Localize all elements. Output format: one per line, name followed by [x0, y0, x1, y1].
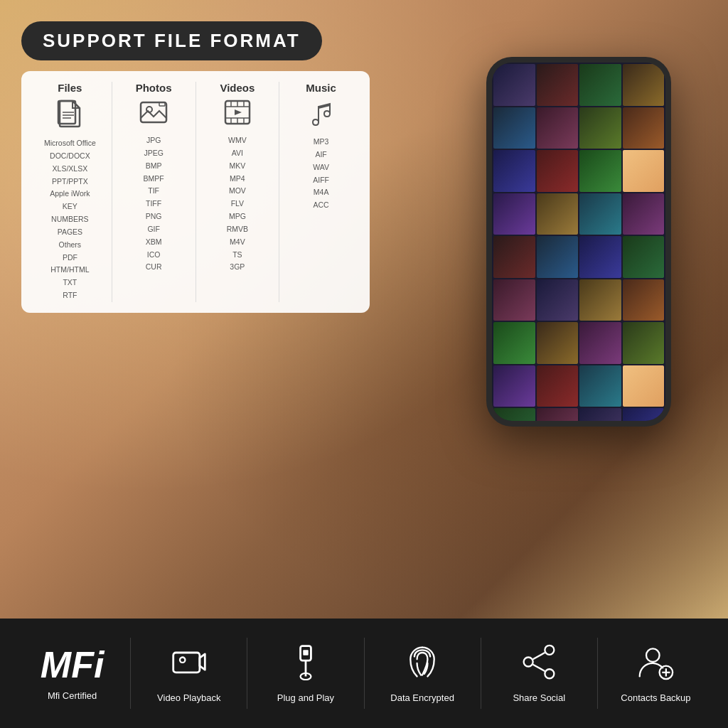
videos-item-1: AVI — [196, 147, 279, 160]
music-item-3: AIFF — [279, 174, 363, 187]
files-item-10: HTM/HTML — [28, 264, 112, 277]
photos-item-10: CUR — [112, 261, 196, 274]
phone-mockup — [472, 57, 692, 498]
videos-item-7: RMVB — [196, 223, 279, 236]
svg-line-26 — [533, 653, 545, 659]
music-item-1: AIF — [279, 149, 363, 161]
support-title-badge: SUPPORT FILE FORMAT — [21, 21, 322, 60]
usb-icon — [287, 643, 324, 685]
svg-rect-6 — [159, 102, 165, 106]
files-item-1: DOC/DOCX — [28, 150, 112, 163]
thumb-4 — [623, 64, 665, 106]
music-item-2: WAV — [279, 161, 363, 174]
thumb-27 — [579, 322, 621, 364]
music-item-4: M4A — [279, 186, 363, 199]
thumb-23 — [579, 279, 621, 321]
photos-item-6: PNG — [112, 210, 196, 223]
feature-mfi: MFi Mfi Certified — [14, 646, 130, 701]
svg-point-24 — [545, 669, 555, 678]
photo-grid — [492, 63, 665, 421]
files-item-7: PAGES — [28, 226, 112, 239]
music-column: Music MP3 AIF WAV AIFF M4A ACC — [279, 82, 363, 302]
videos-title: Videos — [196, 82, 279, 94]
files-title: Files — [28, 82, 112, 94]
photos-item-0: JPG — [112, 134, 196, 147]
thumb-15 — [579, 193, 621, 235]
music-title: Music — [279, 82, 363, 94]
files-item-3: PPT/PPTX — [28, 176, 112, 188]
phone-screen — [492, 63, 665, 421]
photos-item-2: BMP — [112, 160, 196, 173]
files-icon — [28, 100, 112, 132]
thumb-33 — [493, 408, 535, 421]
thumb-29 — [493, 365, 535, 407]
feature-encrypted: Data Encrypted — [365, 643, 481, 703]
thumb-31 — [579, 365, 621, 407]
thumb-24 — [623, 279, 665, 321]
files-item-2: XLS/XLSX — [28, 163, 112, 176]
svg-point-23 — [545, 646, 555, 655]
videos-column: Videos WMV AVI — [196, 82, 280, 302]
thumb-1 — [493, 64, 535, 106]
support-file-format-section: SUPPORT FILE FORMAT Files Microsoft Offi… — [21, 21, 370, 313]
photos-item-9: ICO — [112, 249, 196, 262]
svg-rect-20 — [303, 650, 308, 655]
thumb-26 — [537, 322, 579, 364]
thumb-9 — [493, 150, 535, 192]
thumb-21 — [493, 279, 535, 321]
photos-item-8: XBM — [112, 236, 196, 249]
photos-title: Photos — [112, 82, 196, 94]
thumb-16 — [623, 193, 665, 235]
thumb-30 — [537, 365, 579, 407]
photos-item-7: GIF — [112, 223, 196, 236]
thumb-19 — [579, 236, 621, 278]
files-item-12: RTF — [28, 289, 112, 302]
videos-item-0: WMV — [196, 134, 279, 147]
thumb-20 — [623, 236, 665, 278]
feature-plug: Plug and Play — [247, 643, 363, 703]
thumb-8 — [623, 107, 665, 149]
svg-rect-4 — [141, 102, 166, 122]
fingerprint-icon — [404, 643, 441, 685]
feature-video: Video Playback — [131, 643, 247, 703]
music-icon — [279, 100, 363, 130]
files-item-6: NUMBERS — [28, 213, 112, 226]
svg-line-27 — [533, 665, 545, 671]
videos-item-9: TS — [196, 249, 279, 262]
main-area: SUPPORT FILE FORMAT Files Microsoft Offi… — [0, 0, 728, 619]
thumb-35 — [579, 408, 621, 421]
music-item-5: ACC — [279, 199, 363, 212]
thumb-10 — [537, 150, 579, 192]
thumb-13 — [493, 193, 535, 235]
files-item-8: Others — [28, 239, 112, 252]
share-icon — [520, 643, 557, 685]
thumb-22 — [537, 279, 579, 321]
thumb-11 — [579, 150, 621, 192]
thumb-7 — [579, 107, 621, 149]
thumb-18 — [537, 236, 579, 278]
svg-point-28 — [646, 648, 660, 662]
feature-share: Share Social — [481, 643, 597, 703]
videos-item-10: 3GP — [196, 261, 279, 274]
mfi-label: Mfi Certified — [48, 690, 97, 701]
person-add-icon — [637, 643, 674, 685]
videos-item-4: MOV — [196, 185, 279, 198]
encrypted-label: Data Encrypted — [390, 692, 454, 703]
photos-item-1: JPEG — [112, 147, 196, 160]
music-item-0: MP3 — [279, 136, 363, 149]
videos-item-8: M4V — [196, 236, 279, 249]
support-title: SUPPORT FILE FORMAT — [43, 30, 301, 51]
photos-icon — [112, 100, 196, 129]
thumb-14 — [537, 193, 579, 235]
phone-frame — [486, 57, 671, 427]
thumb-28 — [623, 322, 665, 364]
videos-item-5: FLV — [196, 198, 279, 210]
video-label: Video Playback — [157, 692, 220, 703]
thumb-36 — [623, 408, 665, 421]
photos-item-3: BMPF — [112, 173, 196, 186]
format-card: Files Microsoft Office DOC/DOCX XLS/XLSX… — [21, 71, 370, 313]
feature-contacts: Contacts Backup — [598, 643, 714, 703]
contacts-label: Contacts Backup — [621, 692, 690, 703]
videos-item-2: MKV — [196, 160, 279, 173]
thumb-2 — [537, 64, 579, 106]
